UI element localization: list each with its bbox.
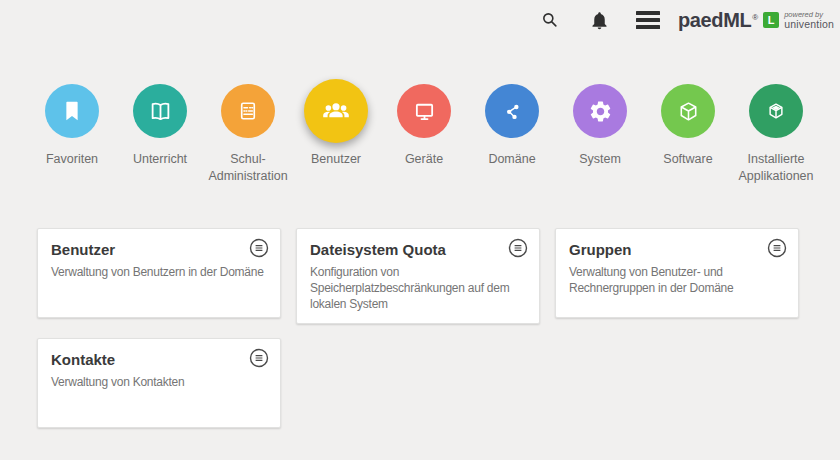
card-context-menu-icon[interactable] (249, 348, 269, 368)
top-bar: paedML ® L powered by univention (0, 0, 840, 40)
card-title: Gruppen (569, 240, 785, 259)
card-kontakte[interactable]: Kontakte Verwaltung von Kontakten (37, 338, 281, 428)
benutzer-circle (304, 79, 368, 143)
category-schul-administration[interactable]: Schul-Administration (204, 78, 292, 185)
bookmark-icon (59, 98, 85, 124)
registered-trademark: ® (752, 13, 758, 22)
abacus-icon (235, 98, 261, 124)
category-installierte-applikationen[interactable]: Installierte Applikationen (732, 78, 820, 185)
card-description: Verwaltung von Benutzern in der Domäne (51, 264, 267, 280)
installierte-applikationen-circle (749, 84, 803, 138)
network-share-icon (500, 99, 525, 124)
geraete-circle (397, 84, 451, 138)
edition-letter-badge: L (763, 12, 779, 28)
card-benutzer[interactable]: Benutzer Verwaltung von Benutzern in der… (37, 228, 281, 318)
card-context-menu-icon[interactable] (249, 238, 269, 258)
card-title: Benutzer (51, 240, 267, 259)
card-context-menu-icon[interactable] (767, 238, 787, 258)
card-title: Kontakte (51, 350, 267, 369)
category-favoriten[interactable]: Favoriten (28, 78, 116, 185)
users-group-icon (320, 95, 352, 127)
category-benutzer[interactable]: Benutzer (292, 78, 380, 185)
paedml-logo: paedML ® L powered by univention (678, 9, 834, 32)
category-software[interactable]: Software (644, 78, 732, 185)
monitor-icon (411, 98, 438, 125)
card-description: Verwaltung von Kontakten (51, 374, 267, 390)
search-icon[interactable] (538, 8, 562, 32)
card-description: Konfiguration von Speicherplatzbeschränk… (310, 264, 526, 312)
category-geraete[interactable]: Geräte (380, 78, 468, 185)
favoriten-circle (45, 84, 99, 138)
powered-by-block: powered by univention (784, 10, 834, 31)
installed-cube-icon (765, 100, 787, 122)
system-circle (573, 84, 627, 138)
category-unterricht[interactable]: Unterricht (116, 78, 204, 185)
category-domaene[interactable]: Domäne (468, 78, 556, 185)
cube-icon (675, 98, 702, 125)
unterricht-circle (133, 84, 187, 138)
card-description: Verwaltung von Benutzer- und Rechnergrup… (569, 264, 785, 296)
card-gruppen[interactable]: Gruppen Verwaltung von Benutzer- und Rec… (555, 228, 799, 318)
notifications-bell-icon[interactable] (587, 8, 611, 32)
domaene-circle (485, 84, 539, 138)
schul-administration-circle (221, 84, 275, 138)
card-title: Dateisystem Quota (310, 240, 526, 259)
logo-brand-text: paedML (678, 9, 751, 32)
category-system[interactable]: System (556, 78, 644, 185)
card-dateisystem-quota[interactable]: Dateisystem Quota Konfiguration von Spei… (296, 228, 540, 324)
hamburger-menu-icon[interactable] (636, 8, 660, 32)
card-context-menu-icon[interactable] (508, 238, 528, 258)
software-circle (661, 84, 715, 138)
open-book-icon (147, 98, 174, 125)
vendor-text: univention (784, 19, 834, 31)
gear-icon (588, 99, 613, 124)
module-card-grid: Benutzer Verwaltung von Benutzern in der… (37, 228, 799, 428)
category-row: Favoriten Unterricht Schul-Administratio… (28, 78, 820, 185)
